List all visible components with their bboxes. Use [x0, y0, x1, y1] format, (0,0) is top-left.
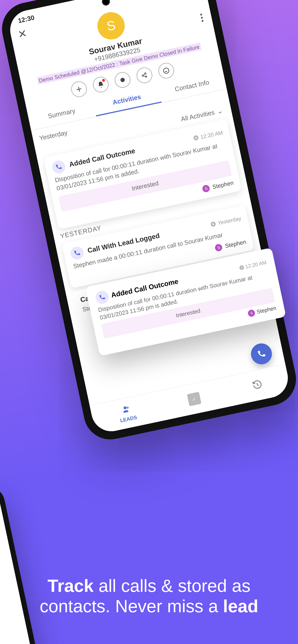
people-icon	[121, 404, 133, 416]
phone-mockup: 12:30 ✕ S Sourav Kumar +919886339225 Dem…	[0, 0, 298, 444]
call-fab[interactable]	[249, 342, 274, 366]
history-icon	[251, 378, 263, 392]
svg-point-3	[145, 76, 147, 78]
user-avatar-icon: S	[202, 184, 210, 193]
chat-button[interactable]	[113, 70, 132, 89]
chat-icon	[119, 76, 127, 84]
user-avatar-icon: S	[247, 309, 256, 317]
nav-history[interactable]	[251, 378, 263, 392]
add-button[interactable]	[70, 80, 88, 98]
user-avatar-icon: S	[214, 243, 223, 252]
check-box-icon: ✓	[187, 392, 201, 406]
svg-point-5	[123, 406, 127, 410]
notify-button[interactable]	[91, 75, 110, 94]
nav-tasks[interactable]: ✓	[187, 392, 201, 406]
phone-icon	[95, 290, 110, 305]
chevron-down-icon: ⌄	[216, 107, 223, 116]
share-button[interactable]	[135, 66, 154, 84]
clock-icon	[239, 265, 245, 270]
nav-leads-label: LEADS	[120, 414, 137, 423]
whatsapp-icon	[162, 66, 171, 75]
share-icon	[141, 72, 148, 79]
nav-leads[interactable]: LEADS	[117, 403, 137, 423]
phone-icon	[256, 348, 267, 360]
phone-frame: 12:30 ✕ S Sourav Kumar +919886339225 Dem…	[0, 0, 298, 444]
plus-icon	[75, 85, 83, 94]
phone-icon	[69, 245, 85, 260]
svg-point-0	[120, 78, 125, 82]
whatsapp-button[interactable]	[157, 61, 176, 80]
activity-time: 12:20 AM	[239, 260, 267, 271]
activity-time: 12:20 AM	[193, 129, 223, 142]
screen: 12:30 ✕ S Sourav Kumar +919886339225 Dem…	[7, 0, 291, 435]
svg-point-6	[126, 406, 129, 409]
clock-icon	[193, 135, 199, 141]
avatar[interactable]: S	[95, 10, 127, 42]
secondary-phone	[0, 482, 42, 644]
hero-text: Track all calls & stored as contacts. Ne…	[0, 576, 298, 616]
clock-icon	[210, 221, 216, 227]
phone-icon	[51, 159, 66, 174]
activity-time: Yesterday	[210, 215, 242, 228]
svg-point-4	[163, 68, 169, 74]
bottom-nav: LEADS ✓	[90, 364, 291, 435]
